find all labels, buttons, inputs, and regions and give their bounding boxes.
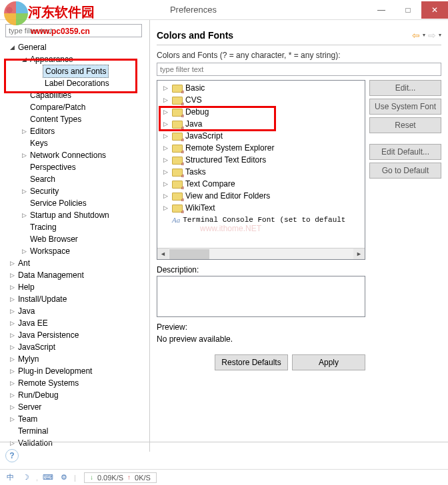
tree-javascript[interactable]: JavaScript	[16, 341, 57, 353]
tree-compare[interactable]: Compare/Patch	[28, 101, 87, 113]
tree-java[interactable]: Java	[16, 305, 37, 317]
cf-cvs[interactable]: CVS	[185, 95, 202, 105]
tree-help[interactable]: Help	[16, 281, 37, 293]
edit-button[interactable]: Edit...	[369, 80, 441, 96]
cf-terminal-font[interactable]: Terminal Console Font (set to default	[183, 216, 345, 224]
settings-icon[interactable]: ⚙	[58, 472, 70, 483]
tree-keys[interactable]: Keys	[28, 137, 50, 149]
tree-java-ee[interactable]: Java EE	[16, 317, 50, 329]
restore-defaults-button[interactable]: Restore Defaults	[215, 354, 288, 370]
folder-icon	[172, 143, 183, 153]
titlebar: Preferences — □ ✕	[0, 0, 448, 20]
tree-security[interactable]: Security	[28, 185, 61, 197]
cf-remote[interactable]: Remote System Explorer	[185, 143, 274, 153]
left-filter-input[interactable]	[5, 24, 142, 37]
preview-label: Preview:	[157, 322, 365, 332]
tree-ant[interactable]: Ant	[16, 257, 32, 269]
aa-icon: Aa	[172, 216, 180, 224]
tree-content-types[interactable]: Content Types	[28, 113, 83, 125]
cf-tasks[interactable]: Tasks	[185, 167, 206, 177]
ime-icon[interactable]: 中	[4, 472, 16, 483]
tree-server[interactable]: Server	[16, 401, 43, 413]
tree-tracing[interactable]: Tracing	[28, 221, 59, 233]
help-icon[interactable]: ?	[5, 449, 19, 462]
cf-debug[interactable]: Debug	[185, 107, 209, 117]
tree-java-persistence[interactable]: Java Persistence	[16, 329, 81, 341]
tree-editors[interactable]: Editors	[28, 125, 57, 137]
use-system-font-button[interactable]: Use System Font	[369, 99, 441, 115]
tree-startup[interactable]: Startup and Shutdown	[28, 209, 111, 221]
back-arrow-icon[interactable]: ⇦	[412, 30, 420, 41]
cf-basic[interactable]: Basic	[185, 83, 205, 93]
tree-install-update[interactable]: Install/Update	[16, 293, 69, 305]
page-title: Colors and Fonts	[157, 30, 233, 41]
tree-mylyn[interactable]: Mylyn	[16, 353, 41, 365]
upload-arrow-icon: ↑	[127, 474, 131, 481]
cf-vieweditor[interactable]: View and Editor Folders	[185, 191, 270, 201]
maximize-button[interactable]: □	[395, 1, 421, 19]
folder-icon	[172, 155, 183, 165]
scroll-right-button[interactable]: ►	[353, 248, 365, 260]
folder-icon	[172, 107, 183, 117]
folder-icon	[172, 119, 183, 129]
folder-icon	[172, 131, 183, 141]
tree-terminal[interactable]: Terminal	[16, 425, 50, 437]
download-arrow-icon: ↓	[90, 474, 93, 481]
folder-icon	[172, 179, 183, 189]
tree-colors-fonts[interactable]: Colors and Fonts	[43, 65, 109, 78]
description-label: Description:	[157, 265, 365, 274]
apply-button[interactable]: Apply	[292, 354, 365, 370]
right-panel: Colors and Fonts ⇦▾ ⇨▾ Colors and Fonts …	[150, 20, 448, 452]
cf-javascript[interactable]: JavaScript	[185, 131, 223, 141]
cf-textcompare[interactable]: Text Compare	[185, 179, 235, 189]
forward-arrow-icon[interactable]: ⇨	[428, 30, 436, 41]
preferences-tree[interactable]: ◢General ◢Appearance Colors and Fonts La…	[3, 41, 147, 449]
folder-icon	[172, 83, 183, 93]
folder-icon	[172, 203, 183, 213]
no-preview-text: No preview available.	[157, 334, 365, 344]
tree-capabilities[interactable]: Capabilities	[28, 89, 73, 101]
tree-label-dec[interactable]: Label Decorations	[43, 77, 111, 89]
hint-text: Colors and Fonts (? = any character, * =…	[157, 51, 441, 60]
tree-run-debug[interactable]: Run/Debug	[16, 389, 61, 401]
reset-button[interactable]: Reset	[369, 117, 441, 133]
moon-icon[interactable]: ☽	[20, 472, 32, 483]
folder-icon	[172, 191, 183, 201]
tree-network[interactable]: Network Connections	[28, 149, 108, 161]
window-title: Preferences	[170, 5, 217, 15]
tree-service-policies[interactable]: Service Policies	[28, 197, 89, 209]
left-panel: ◢General ◢Appearance Colors and Fonts La…	[0, 20, 150, 452]
keyboard-icon[interactable]: ⌨	[42, 472, 54, 483]
tree-general[interactable]: General	[16, 41, 49, 53]
cf-wikitext[interactable]: WikiText	[185, 203, 215, 213]
horizontal-scrollbar[interactable]: ◄ ►	[157, 248, 365, 259]
scroll-left-button[interactable]: ◄	[157, 248, 169, 260]
description-box	[157, 276, 365, 317]
scroll-thumb[interactable]	[169, 249, 209, 259]
tree-data-mgmt[interactable]: Data Management	[16, 269, 86, 281]
cf-structured[interactable]: Structured Text Editors	[185, 155, 266, 165]
tree-perspectives[interactable]: Perspectives	[28, 161, 78, 173]
edit-default-button[interactable]: Edit Default...	[369, 144, 441, 160]
minimize-button[interactable]: —	[368, 1, 395, 19]
status-bar: 中 ☽ , ⌨ ⚙ | ↓0.09K/S ↑0K/S	[0, 469, 448, 485]
colors-fonts-tree[interactable]: ▷Basic ▷CVS ▷Debug ▷Java ▷JavaScript ▷Re…	[157, 80, 365, 260]
cf-java[interactable]: Java	[185, 119, 202, 129]
tree-remote-systems[interactable]: Remote Systems	[16, 377, 81, 389]
tree-plugin-dev[interactable]: Plug-in Development	[16, 365, 94, 377]
tree-team[interactable]: Team	[16, 413, 39, 425]
close-button[interactable]: ✕	[421, 1, 448, 19]
tree-search[interactable]: Search	[28, 173, 57, 185]
tree-appearance[interactable]: Appearance	[28, 53, 75, 65]
folder-icon	[172, 95, 183, 105]
tree-web-browser[interactable]: Web Browser	[28, 233, 80, 245]
go-to-default-button[interactable]: Go to Default	[369, 163, 441, 179]
right-filter-input[interactable]	[157, 63, 441, 76]
network-speed: ↓0.09K/S ↑0K/S	[84, 472, 157, 483]
folder-icon	[172, 167, 183, 177]
tree-workspace[interactable]: Workspace	[28, 245, 72, 257]
app-icon	[4, 5, 15, 15]
